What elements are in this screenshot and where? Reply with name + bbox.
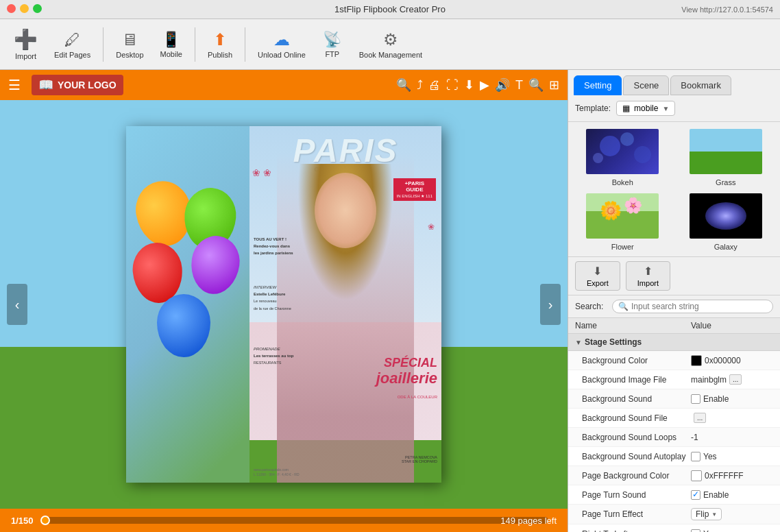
template-dropdown[interactable]: ▦ mobile ▼ — [616, 101, 675, 116]
template-value: mobile — [634, 104, 658, 113]
print-icon[interactable]: 🖨 — [428, 78, 441, 93]
thumb-galaxy-img[interactable] — [688, 192, 764, 240]
tab-setting[interactable]: Setting — [574, 75, 622, 95]
grid-icon[interactable]: ⊞ — [549, 77, 559, 93]
page-bg-color-swatch[interactable] — [691, 470, 702, 481]
text-icon[interactable]: T — [515, 78, 523, 93]
import-settings-label: Import — [637, 279, 659, 287]
scene-flower[interactable]: 🌼 🌸 Flower — [574, 192, 672, 251]
mobile-icon: 📱 — [162, 31, 180, 49]
import-icon: ➕ — [14, 28, 38, 51]
thumb-bokeh-label: Bokeh — [612, 178, 633, 186]
mobile-button[interactable]: 📱 Mobile — [154, 28, 189, 61]
right-to-left-checkbox[interactable] — [691, 529, 700, 533]
tab-scene[interactable]: Scene — [623, 75, 669, 95]
export-button[interactable]: ⬇ Export — [575, 261, 620, 291]
bg-image-file-btn[interactable]: ... — [729, 374, 742, 385]
search-input[interactable] — [631, 302, 767, 311]
bg-image-text: mainbglm — [691, 375, 727, 385]
fullscreen-icon[interactable]: ⛶ — [446, 78, 459, 93]
window-controls[interactable] — [7, 4, 42, 13]
mobile-label: Mobile — [160, 50, 182, 58]
unload-online-button[interactable]: ☁ Unload Online — [251, 27, 313, 62]
bg-color-swatch[interactable] — [691, 355, 702, 366]
download-icon[interactable]: ⬇ — [464, 77, 474, 93]
balloon-blue — [157, 294, 210, 357]
zoom-icon[interactable]: 🔍 — [396, 77, 411, 93]
ftp-icon: 📡 — [323, 31, 341, 49]
bg-color-row: Background Color 0x000000 — [568, 351, 780, 370]
page-turn-effect-value: Flip ▼ — [691, 508, 773, 520]
maximize-button[interactable] — [33, 4, 42, 13]
bg-sound-file-row: Background Sound File ... — [568, 409, 780, 428]
bg-sound-name: Background Sound — [582, 394, 691, 404]
scene-bokeh[interactable]: Bokeh — [574, 128, 672, 186]
search-field-wrap: 🔍 — [612, 300, 773, 313]
galaxy-preview — [690, 193, 762, 239]
volume-icon[interactable]: 🔊 — [495, 77, 510, 93]
bg-color-name: Background Color — [582, 356, 691, 365]
template-label: Template: — [575, 104, 611, 113]
progress-track[interactable] — [42, 517, 548, 524]
bg-sound-loops-row: Background Sound Loops -1 — [568, 428, 780, 447]
bg-sound-autoplay-checkbox[interactable] — [691, 452, 700, 461]
ftp-button[interactable]: 📡 FTP — [315, 28, 350, 61]
url-display[interactable]: View http://127.0.0.1:54574 — [681, 5, 773, 14]
play-icon[interactable]: ▶ — [480, 77, 489, 93]
publish-label: Publish — [208, 51, 232, 59]
page-bg-color-text: 0xFFFFFF — [705, 471, 744, 481]
bg-color-text: 0x000000 — [705, 356, 741, 365]
col-name-header: Name — [575, 321, 691, 330]
publish-button[interactable]: ⬆ Publish — [201, 27, 239, 62]
stage-settings-header[interactable]: ▼ Stage Settings — [568, 334, 780, 351]
thumb-flower-img[interactable]: 🌼 🌸 — [585, 192, 660, 240]
bg-color-value: 0x000000 — [691, 355, 773, 366]
edit-pages-button[interactable]: 🖊 Edit Pages — [47, 27, 97, 62]
progress-handle[interactable] — [40, 516, 50, 525]
page-turn-sound-checkbox[interactable] — [691, 490, 700, 500]
next-page-button[interactable]: › — [540, 284, 561, 325]
book-display-area: ‹ — [0, 100, 568, 509]
desktop-button[interactable]: 🖥 Desktop — [109, 27, 150, 62]
page-turn-effect-dropdown[interactable]: Flip ▼ — [691, 508, 722, 520]
import-settings-button[interactable]: ⬆ Import — [626, 261, 670, 291]
thumb-bokeh-img[interactable] — [585, 128, 660, 176]
bg-sound-checkbox[interactable] — [691, 394, 700, 404]
desktop-label: Desktop — [116, 51, 143, 59]
viewer-toolbar: ☰ 📖 YOUR LOGO 🔍 ⤴ 🖨 ⛶ ⬇ ▶ 🔊 T 🔍 ⊞ — [0, 70, 568, 100]
book-management-button[interactable]: ⚙ Book Management — [352, 27, 429, 62]
mag-special: SPÉCIALjoaillerie — [376, 356, 437, 387]
prev-page-button[interactable]: ‹ — [7, 284, 27, 325]
close-button[interactable] — [7, 4, 16, 13]
viewer-tools[interactable]: 🔍 ⤴ 🖨 ⛶ ⬇ ▶ 🔊 T 🔍 ⊞ — [396, 77, 559, 93]
right-to-left-label: Yes — [703, 529, 717, 533]
tab-bookmark[interactable]: Bookmark — [670, 75, 731, 95]
minimize-button[interactable] — [20, 4, 29, 13]
share-icon[interactable]: ⤴ — [417, 78, 423, 93]
col-value-header: Value — [691, 321, 773, 330]
stage-settings-label: Stage Settings — [585, 337, 642, 347]
export-import-row: ⬇ Export ⬆ Import — [568, 257, 780, 295]
settings-tabs: Setting Scene Bookmark — [568, 70, 780, 95]
template-chevron-icon: ▼ — [662, 105, 669, 112]
hamburger-menu-icon[interactable]: ☰ — [8, 77, 21, 93]
mag-article-3: PROMENADELes terrasses au topRESTAURANTS — [254, 346, 293, 367]
bg-sound-file-btn[interactable]: ... — [694, 413, 706, 423]
flower-preview: 🌼 🌸 — [586, 193, 659, 239]
ftp-label: FTP — [325, 50, 339, 58]
scene-galaxy[interactable]: Galaxy — [677, 192, 775, 251]
import-button[interactable]: ➕ Import — [7, 25, 45, 63]
scene-grass[interactable]: Grass — [677, 128, 775, 186]
mag-petra: PETRA NEMCOVASTAR EN CHOPARD — [402, 455, 437, 463]
toolbar-separator-2 — [195, 27, 195, 62]
right-to-left-name: Right To Left — [582, 529, 691, 533]
titlebar: 1stFlip Flipbook Creator Pro View http:/… — [0, 0, 780, 19]
unload-online-icon: ☁ — [273, 30, 290, 49]
bg-sound-loops-text: -1 — [691, 433, 698, 442]
search-viewer-icon[interactable]: 🔍 — [528, 77, 544, 93]
mag-flowers-right: ❀ — [428, 222, 435, 232]
book-management-icon: ⚙ — [383, 30, 398, 49]
page-turn-effect-text: Flip — [696, 509, 709, 519]
thumb-grass-img[interactable] — [688, 128, 764, 176]
page-turn-sound-label: Enable — [703, 490, 729, 500]
